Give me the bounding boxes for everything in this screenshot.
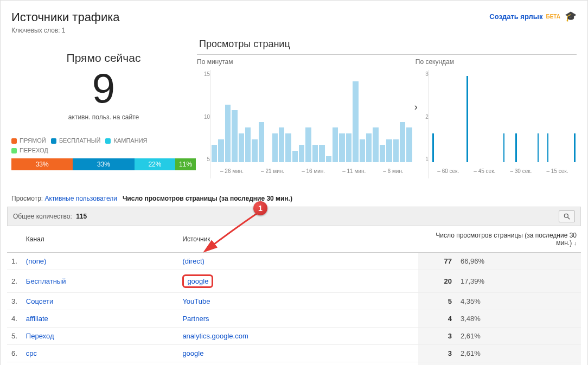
right-now-label: Прямо сейчас [11,52,196,65]
minute-bar [366,133,372,162]
table-row: 6.cpcgoogle32,61% [7,345,581,362]
col-channel[interactable]: Канал [22,226,178,253]
row-index: 4. [7,310,22,328]
metric-percent: 2,61% [456,345,581,362]
table-row: 2.Бесплатныйgoogle2017,39% [7,270,581,293]
legend-dot-free [51,138,56,144]
channel-link[interactable]: Переход [26,332,54,340]
totals-bar: Общее количество: 115 [7,207,581,226]
totals-value: 115 [76,213,87,220]
source-link[interactable]: analytics.google.com [182,332,248,340]
minute-bar [373,127,378,162]
channel-link[interactable]: Бесплатный [26,277,66,285]
sources-table: Канал Источник Число просмотров страницы… [7,226,581,365]
minute-bar [259,122,264,162]
subtitle: Ключевых слов: 1 [11,27,120,34]
legend-dot-campaign [105,138,111,144]
legend-free: БЕСПЛАТНЫЙ [59,137,100,144]
metric-percent: 3,48% [456,310,581,328]
subtitle-label: Ключевых слов: [11,27,60,34]
toggle-active-users[interactable]: Активные пользователи [44,195,117,202]
legend-direct: ПРЯМОЙ [20,137,46,144]
second-bar [515,133,517,162]
second-bar [538,133,539,162]
legend-dot-referral [11,148,17,153]
second-bar [574,133,576,162]
metric-count: 2 [418,362,456,366]
chart-minutes-label: По минутам [197,58,413,66]
metric-count: 3 [418,345,456,362]
create-shortcut-link[interactable]: Создать ярлык БЕТА [489,12,560,21]
totals-label: Общее количество: [13,213,72,220]
row-index: 7. [7,362,22,366]
toggle-pageviews-30[interactable]: Число просмотров страницы (за последние … [123,195,292,202]
xaxis-minutes: – 26 мин.– 21 мин.– 16 мин.– 11 мин.– 6 … [212,168,412,174]
traffic-split-bar: 33% 33% 22% 11% [11,158,196,170]
channel-link[interactable]: cpc [26,349,37,357]
minute-bar [245,127,251,162]
second-bar [503,133,505,162]
metric-count: 5 [418,293,456,310]
pct-campaign: 22% [135,158,176,170]
pct-direct: 33% [11,158,73,170]
metric-count: 20 [418,270,456,293]
minute-bar [360,139,365,163]
minute-bar [292,151,298,162]
col-metric[interactable]: Число просмотров страницы (за последние … [418,226,581,253]
minute-bar [272,133,278,162]
xaxis-seconds: – 60 сек.– 45 сек.– 30 сек.– 15 сек. [430,168,576,174]
source-link[interactable]: google [187,277,208,285]
channel-link[interactable]: affiliate [26,315,48,323]
metric-percent: 66,96% [456,253,581,270]
minute-bar [232,110,237,162]
source-link[interactable]: google [182,349,203,357]
search-button[interactable] [559,210,575,222]
yaxis-minutes: 15105 [197,70,210,162]
second-bar [432,133,434,162]
source-link[interactable]: YouTube [182,297,210,305]
legend-dot-direct [11,138,17,144]
traffic-legend: ПРЯМОЙ БЕСПЛАТНЫЙ КАМПАНИЯ ПЕРЕХОД [11,136,196,155]
source-link[interactable]: (direct) [182,257,204,265]
chevron-right-icon[interactable]: › [414,101,418,113]
minute-bar [225,105,231,162]
channel-link[interactable]: (none) [26,257,47,265]
sort-desc-icon: ↓ [574,240,577,246]
chart-per-second: По секундам 321 – 60 сек.– 45 сек.– 30 с… [416,58,577,184]
subtitle-value: 1 [62,27,66,34]
chart-seconds-label: По секундам [416,58,577,66]
pct-free: 33% [73,158,134,170]
minute-bar [346,133,351,162]
education-icon[interactable]: 🎓 [565,10,577,22]
beta-badge: БЕТА [546,14,560,20]
channel-link[interactable]: Соцсети [26,297,53,305]
source-link[interactable]: Partners [182,315,209,323]
second-bar [466,76,468,162]
annotation-badge-1: 1 [253,201,267,215]
minute-bar [218,139,223,163]
minute-bar [212,145,217,162]
minute-bar [285,133,291,162]
yaxis-seconds: 321 [416,70,429,162]
svg-line-1 [568,217,570,220]
minute-bar [305,127,311,162]
minute-bar [299,145,304,162]
table-row: 5.Переходanalytics.google.com32,61% [7,328,581,345]
table-row: 3.СоцсетиYouTube54,35% [7,293,581,310]
pct-referral: 11% [175,158,196,170]
table-row: 7.Переходwaze.com21,74% [7,362,581,366]
metric-count: 3 [418,328,456,345]
legend-referral: ПЕРЕХОД [20,147,48,153]
minute-bar [319,145,324,162]
page-title: Источники трафика [11,10,120,24]
minute-bar [252,139,257,163]
metric-percent: 2,61% [456,328,581,345]
pageviews-title: Просмотры страниц [199,39,577,50]
metric-percent: 4,35% [456,293,581,310]
row-index: 2. [7,270,22,293]
minute-bar [400,122,405,162]
legend-campaign: КАМПАНИЯ [114,137,148,144]
minute-bar [386,139,392,163]
view-label: Просмотр: [11,195,43,202]
second-bar [547,133,549,162]
